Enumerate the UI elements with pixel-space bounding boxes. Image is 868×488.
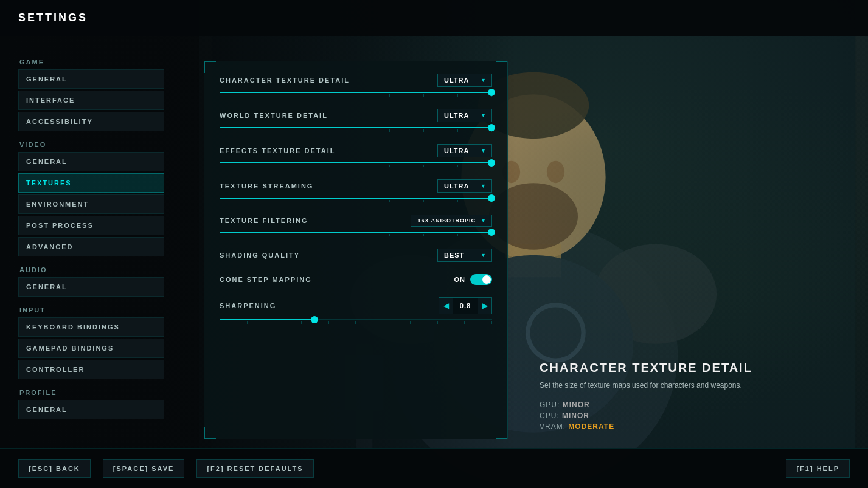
- slider-thumb-world-texture[interactable]: [488, 124, 495, 131]
- corner-decoration-tl: [204, 61, 216, 73]
- dropdown-arrow-texture-streaming: ▼: [481, 183, 487, 189]
- dropdown-effects-texture[interactable]: ULTRA▼: [437, 144, 492, 157]
- dropdown-arrow-texture-filtering: ▼: [481, 218, 487, 224]
- gpu-row: GPU: MINOR: [540, 400, 844, 409]
- bottom-right-actions: [F1] HELP: [786, 459, 850, 478]
- slider-ticks-texture-filtering: [220, 234, 492, 236]
- slider-tick: [274, 321, 274, 324]
- slider-track-texture-filtering[interactable]: [220, 232, 492, 233]
- sidebar-item-audio-general[interactable]: GENERAL: [18, 277, 164, 297]
- dropdown-texture-streaming[interactable]: ULTRA▼: [437, 179, 492, 193]
- setting-label-texture-filtering: TEXTURE FILTERING: [220, 217, 308, 224]
- dropdown-world-texture[interactable]: ULTRA▼: [437, 109, 492, 122]
- slider-tick: [356, 200, 356, 202]
- slider-tick: [437, 321, 438, 324]
- header: SETTINGS: [0, 0, 868, 36]
- sharpening-increase-button[interactable]: ▶: [478, 298, 491, 314]
- slider-tick: [389, 200, 390, 202]
- vram-row: VRAM: MODERATE: [540, 422, 844, 431]
- slider-tick: [328, 321, 329, 324]
- slider-fill-effects-texture: [220, 162, 492, 163]
- dropdown-arrow-world-texture: ▼: [481, 112, 487, 119]
- setting-header-texture-filtering: TEXTURE FILTERING16X ANISOTROPIC▼: [220, 215, 492, 227]
- slider-tick: [457, 165, 458, 167]
- section-label-input: INPUT: [18, 306, 176, 314]
- slider-ticks-character-texture: [220, 94, 492, 97]
- section-label-profile: PROFILE: [18, 389, 176, 396]
- info-title: CHARACTER TEXTURE DETAIL: [540, 361, 844, 375]
- dropdown-shading-quality[interactable]: BEST▼: [437, 249, 492, 262]
- sharpening-stepper: ◀0.8▶: [439, 297, 492, 314]
- sidebar-item-video-general[interactable]: GENERAL: [18, 152, 164, 171]
- slider-thumb-texture-streaming[interactable]: [488, 194, 495, 202]
- slider-fill-world-texture: [220, 127, 492, 128]
- dropdown-arrow-shading-quality: ▼: [481, 252, 487, 258]
- bottom-left-actions: [ESC] BACK [SPACE] SAVE [F2] RESET DEFAU…: [18, 459, 314, 478]
- cone-step-mapping-toggle[interactable]: [470, 274, 492, 285]
- dropdown-texture-filtering[interactable]: 16X ANISOTROPIC▼: [411, 215, 492, 227]
- info-description: Set the size of texture maps used for ch…: [540, 380, 771, 391]
- slider-tick: [491, 321, 492, 324]
- section-label-audio: AUDIO: [18, 266, 176, 273]
- sidebar-item-game-interface[interactable]: INTERFACE: [18, 91, 164, 110]
- slider-thumb-texture-filtering[interactable]: [488, 229, 495, 236]
- slider-tick: [254, 200, 254, 202]
- dropdown-value-texture-streaming: ULTRA: [444, 182, 469, 190]
- sharpening-value: 0.8: [453, 298, 478, 314]
- settings-panel: CHARACTER TEXTURE DETAILULTRA▼WORLD TEXT…: [204, 61, 508, 439]
- toggle-wrapper: ON: [454, 274, 493, 285]
- sharpening-slider-thumb[interactable]: [311, 316, 318, 323]
- slider-thumb-effects-texture[interactable]: [488, 159, 495, 167]
- slider-tick: [254, 94, 254, 97]
- slider-tick: [322, 94, 322, 97]
- slider-thumb-character-texture[interactable]: [488, 89, 495, 96]
- page-title: SETTINGS: [18, 12, 88, 24]
- sidebar-item-video-textures[interactable]: TEXTURES: [18, 173, 164, 193]
- slider-track-effects-texture[interactable]: [220, 162, 492, 163]
- help-button[interactable]: [F1] HELP: [786, 459, 850, 478]
- slider-tick: [423, 129, 424, 132]
- sidebar-item-video-postprocess[interactable]: POST PROCESS: [18, 216, 164, 235]
- slider-track-character-texture[interactable]: [220, 92, 492, 93]
- sidebar-item-input-controller[interactable]: CONTROLLER: [18, 360, 164, 379]
- svg-point-8: [528, 305, 583, 360]
- slider-tick: [220, 200, 220, 202]
- svg-point-6: [594, 244, 717, 344]
- cpu-label: CPU:: [540, 411, 560, 420]
- corner-decoration-bl: [204, 427, 216, 439]
- slider-tick: [288, 234, 288, 236]
- sidebar-item-game-general[interactable]: GENERAL: [18, 69, 164, 89]
- sidebar-item-game-accessibility[interactable]: ACCESSIBILITY: [18, 112, 164, 131]
- slider-ticks-texture-streaming: [220, 200, 492, 202]
- dropdown-value-shading-quality: BEST: [444, 252, 464, 259]
- slider-tick: [254, 129, 254, 132]
- slider-track-texture-streaming[interactable]: [220, 198, 492, 199]
- performance-info: GPU: MINOR CPU: MINOR VRAM: MODERATE: [540, 400, 844, 431]
- toggle-knob: [482, 275, 491, 284]
- sharpening-decrease-button[interactable]: ◀: [439, 298, 453, 314]
- sidebar-item-video-environment[interactable]: ENVIRONMENT: [18, 194, 164, 214]
- setting-row-world-texture: WORLD TEXTURE DETAILULTRA▼: [220, 109, 492, 132]
- slider-tick: [389, 234, 390, 236]
- slider-tick: [389, 165, 390, 167]
- slider-tick: [383, 321, 383, 324]
- slider-track-world-texture[interactable]: [220, 127, 492, 128]
- reset-defaults-button[interactable]: [F2] RESET DEFAULTS: [196, 459, 313, 478]
- sharpening-slider-fill: [220, 319, 315, 320]
- sidebar-item-input-keyboard[interactable]: KEYBOARD BINDINGS: [18, 317, 164, 337]
- save-button[interactable]: [SPACE] SAVE: [103, 459, 185, 478]
- slider-tick: [356, 94, 356, 97]
- dropdown-character-texture[interactable]: ULTRA▼: [437, 74, 492, 87]
- sidebar-item-input-gamepad[interactable]: GAMEPAD BINDINGS: [18, 339, 164, 358]
- sharpening-slider-track[interactable]: [220, 319, 492, 320]
- back-button[interactable]: [ESC] BACK: [18, 459, 91, 478]
- setting-row-texture-filtering: TEXTURE FILTERING16X ANISOTROPIC▼: [220, 215, 492, 236]
- sharpening-slider-ticks: [220, 321, 492, 324]
- setting-label-effects-texture: EFFECTS TEXTURE DETAIL: [220, 147, 335, 154]
- section-label-game: GAME: [18, 58, 176, 66]
- sidebar-item-profile-general[interactable]: GENERAL: [18, 400, 164, 419]
- setting-header-world-texture: WORLD TEXTURE DETAILULTRA▼: [220, 109, 492, 122]
- slider-tick: [457, 94, 458, 97]
- section-label-video: VIDEO: [18, 141, 176, 148]
- sidebar-item-video-advanced[interactable]: ADVANCED: [18, 237, 164, 256]
